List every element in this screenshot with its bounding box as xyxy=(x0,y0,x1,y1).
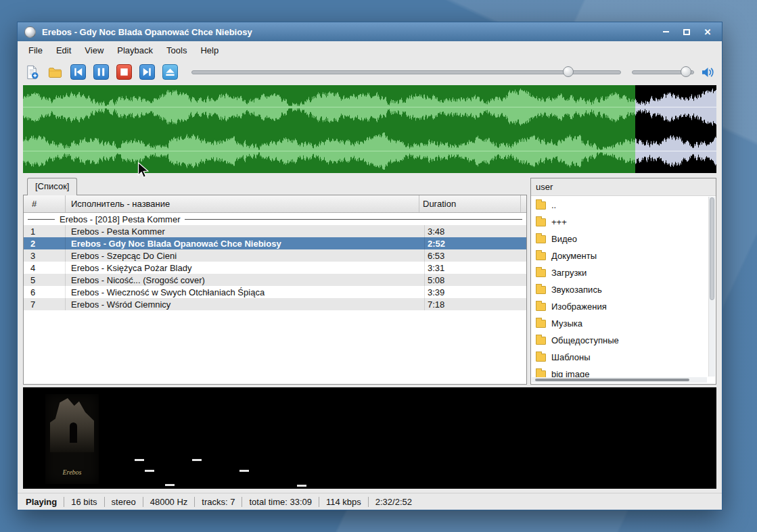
browser-vertical-scrollbar-thumb[interactable] xyxy=(710,197,714,300)
browser-item[interactable]: .. xyxy=(531,197,716,214)
volume-icon[interactable] xyxy=(700,65,715,80)
column-header-duration[interactable]: Duration xyxy=(419,195,521,212)
track-row-5[interactable]: 5Erebos - Nicość... (Srogość cover)5:08 xyxy=(24,274,526,286)
add-files-button[interactable] xyxy=(24,64,40,80)
track-number: 6 xyxy=(24,286,66,298)
group-line-left xyxy=(28,219,55,220)
status-segment: Playing xyxy=(24,497,58,507)
track-row-3[interactable]: 3Erebos - Szepcąc Do Cieni6:53 xyxy=(24,249,526,262)
track-row-2[interactable]: 2Erebos - Gdy Noc Blada Opanować Chce Ni… xyxy=(24,237,526,249)
menu-file[interactable]: File xyxy=(22,43,49,58)
column-header-title[interactable]: Исполнитель - название xyxy=(66,195,419,212)
seek-slider[interactable] xyxy=(191,64,621,80)
waveform-canvas[interactable] xyxy=(23,85,716,173)
track-title: Erebos - Księżyca Pożar Blady xyxy=(66,262,425,274)
file-add-icon xyxy=(24,64,40,80)
status-segment: 16 bits xyxy=(70,497,98,507)
stop-button[interactable] xyxy=(116,64,132,80)
menu-tools[interactable]: Tools xyxy=(160,43,193,58)
track-title: Erebos - Nicość... (Srogość cover) xyxy=(66,274,425,286)
browser-item[interactable]: Звукозапись xyxy=(531,281,716,298)
track-duration: 3:48 xyxy=(425,225,526,237)
next-button[interactable] xyxy=(139,64,155,80)
status-segment: 48000 Hz xyxy=(149,497,189,507)
track-row-6[interactable]: 6Erebos - Wieczność w Swych Otchłaniach … xyxy=(24,286,526,298)
browser-item[interactable]: Шаблоны xyxy=(531,349,716,366)
close-button[interactable]: ✕ xyxy=(700,26,715,38)
playlist-header: # Исполнитель - название Duration xyxy=(24,195,526,213)
status-segment: total time: 33:09 xyxy=(248,497,313,507)
status-separator xyxy=(242,497,242,507)
volume-slider-handle[interactable] xyxy=(681,66,691,77)
seek-slider-groove[interactable] xyxy=(191,70,621,74)
folder-icon xyxy=(536,286,546,294)
track-duration: 3:31 xyxy=(425,262,526,274)
browser-item[interactable]: Музыка xyxy=(531,315,716,332)
open-folder-button[interactable] xyxy=(47,64,63,80)
waveform-seekbar[interactable] xyxy=(23,85,716,173)
track-row-4[interactable]: 4Erebos - Księżyca Pożar Blady3:31 xyxy=(24,262,526,274)
maximize-icon xyxy=(683,29,690,35)
menu-help[interactable]: Help xyxy=(193,43,225,58)
album-art-doorway xyxy=(70,422,77,443)
browser-item[interactable]: Общедоступные xyxy=(531,332,716,349)
eject-button[interactable] xyxy=(162,64,178,80)
browser-item[interactable]: Загрузки xyxy=(531,264,716,281)
eject-icon xyxy=(163,65,177,79)
prev-icon xyxy=(71,65,85,79)
browser-item[interactable]: Изображения xyxy=(531,298,716,315)
menu-playback[interactable]: Playback xyxy=(110,43,160,58)
menu-view[interactable]: View xyxy=(78,43,110,58)
minimize-button[interactable] xyxy=(658,26,673,38)
track-row-7[interactable]: 7Erebos - Wśród Ciemnicy7:18 xyxy=(24,298,526,310)
viz-dash xyxy=(192,459,202,461)
group-line-right xyxy=(185,219,522,220)
status-separator xyxy=(368,497,369,507)
seek-slider-handle[interactable] xyxy=(563,66,574,77)
folder-name: Звукозапись xyxy=(551,285,602,295)
menu-bar: FileEditViewPlaybackToolsHelp xyxy=(18,41,722,59)
column-header-number[interactable]: # xyxy=(24,195,66,212)
track-title: Erebos - Wieczność w Swych Otchłaniach Ś… xyxy=(66,286,425,298)
folder-icon xyxy=(536,269,546,277)
minimize-icon xyxy=(663,31,669,32)
column-header-filler xyxy=(521,195,526,212)
desktop: Erebos - Gdy Noc Blada Opanować Chce Nie… xyxy=(0,0,757,532)
track-title: Erebos - Wśród Ciemnicy xyxy=(66,298,425,310)
track-duration: 3:39 xyxy=(425,286,526,298)
volume-slider[interactable] xyxy=(632,64,694,80)
folder-name: .. xyxy=(551,200,556,210)
maximize-button[interactable] xyxy=(679,26,694,38)
viz-dash xyxy=(135,459,144,461)
browser-horizontal-scrollbar[interactable] xyxy=(532,377,707,383)
next-icon xyxy=(140,65,154,79)
playlist-group-header[interactable]: Erebos - [2018] Pesta Kommer xyxy=(24,213,526,225)
browser-item[interactable]: Документы xyxy=(531,247,716,264)
playlist-tab[interactable]: [Список] xyxy=(27,178,77,195)
album-art-title: Erebos xyxy=(45,468,99,476)
pause-button[interactable] xyxy=(93,64,109,80)
status-segment: 2:32/2:52 xyxy=(374,497,413,507)
status-separator xyxy=(194,497,195,507)
status-separator xyxy=(64,497,64,507)
track-number: 4 xyxy=(24,262,66,274)
close-icon: ✕ xyxy=(704,28,712,37)
folder-icon xyxy=(536,354,546,362)
track-duration: 7:18 xyxy=(425,298,526,310)
menu-edit[interactable]: Edit xyxy=(49,43,78,58)
browser-horizontal-scrollbar-thumb[interactable] xyxy=(535,379,689,381)
status-bar: Playing16 bitsstereo48000 Hztracks: 7tot… xyxy=(18,493,722,510)
browser-vertical-scrollbar[interactable] xyxy=(708,197,715,377)
track-row-1[interactable]: 1Erebos - Pesta Kommer3:48 xyxy=(24,225,526,237)
status-separator xyxy=(143,497,143,507)
folder-icon xyxy=(536,218,546,226)
window-title: Erebos - Gdy Noc Blada Opanować Chce Nie… xyxy=(42,27,652,37)
title-bar[interactable]: Erebos - Gdy Noc Blada Opanować Chce Nie… xyxy=(18,22,722,41)
playlist-tab-row: [Список] xyxy=(23,178,527,195)
status-separator xyxy=(319,497,319,507)
previous-button[interactable] xyxy=(70,64,86,80)
folder-icon xyxy=(536,303,546,311)
browser-item[interactable]: +++ xyxy=(531,214,716,231)
browser-item[interactable]: Видео xyxy=(531,231,716,247)
folder-name: Изображения xyxy=(551,301,607,312)
